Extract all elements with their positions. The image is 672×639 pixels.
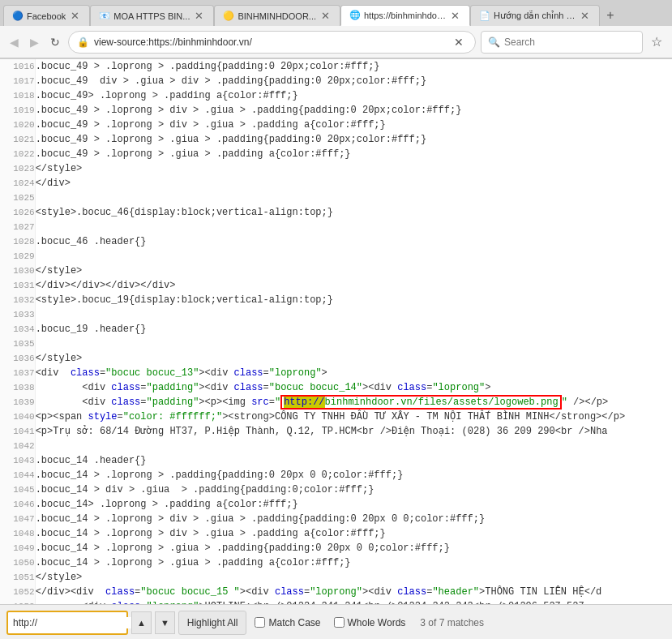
table-row: 1025: [0, 191, 672, 205]
table-row: 1039 <div class="padding"><p><img src="h…: [0, 395, 672, 410]
table-row: 1024</div>: [0, 176, 672, 191]
table-row: 1052</div><div class="bocuc bocuc_15 "><…: [0, 585, 672, 599]
tab-source[interactable]: 🌐 https://binhminhdoor... ✕: [340, 5, 470, 26]
line-number: 1025: [0, 191, 35, 205]
line-number: 1050: [0, 555, 35, 570]
tab-guide-label: Hướng dẫn chỉnh kho...: [494, 11, 576, 21]
tab-source-favicon: 🌐: [349, 10, 361, 21]
code-line-content: <style>.bocuc_46{display:block;vertical-…: [35, 205, 672, 220]
line-number: 1038: [0, 380, 35, 395]
table-row: 1035: [0, 337, 672, 351]
match-case-label[interactable]: Match Case: [250, 617, 325, 628]
address-input[interactable]: [94, 36, 446, 48]
back-button[interactable]: ◀: [6, 34, 22, 50]
table-row: 1026<style>.bocuc_46{display:block;verti…: [0, 205, 672, 220]
line-number: 1035: [0, 337, 35, 351]
line-number: 1041: [0, 424, 35, 439]
line-number: 1047: [0, 512, 35, 526]
table-row: 1042: [0, 439, 672, 453]
code-line-content: [35, 220, 672, 234]
whole-words-label[interactable]: Whole Words: [329, 617, 411, 628]
code-line-content: [35, 191, 672, 205]
code-line-content: .bocuc_14 > .loprong > div > .giua > .pa…: [35, 512, 672, 526]
code-line-content: </style>: [35, 264, 672, 278]
code-line-content: .bocuc_49> .loprong > .padding a{color:#…: [35, 88, 672, 103]
code-line-content: .bocuc_49 > .loprong > div > .giua > .pa…: [35, 103, 672, 118]
table-row: 1017.bocuc_49 div > .giua > div > .paddi…: [0, 74, 672, 88]
reload-button[interactable]: ↻: [47, 34, 63, 50]
browser-search-box[interactable]: 🔍: [481, 31, 643, 54]
line-number: 1046: [0, 497, 35, 512]
code-line-content: .bocuc_46 .header{}: [35, 234, 672, 249]
line-number: 1028: [0, 234, 35, 249]
tab-facebook-label: Facebook: [27, 11, 66, 21]
tab-binhdoor-close[interactable]: ✕: [319, 10, 332, 22]
tab-bar: 🔵 Facebook ✕ 📧 MOA HTTPS BIN... ✕ 🟡 BINH…: [0, 0, 672, 26]
forward-button[interactable]: ▶: [27, 34, 42, 50]
table-row: 1051</style>: [0, 570, 672, 585]
find-prev-button[interactable]: ▲: [131, 611, 152, 634]
table-row: 1020.bocuc_49 > .loprong > div > .giua >…: [0, 118, 672, 132]
line-number: 1042: [0, 439, 35, 453]
table-row: 1043.bocuc_14 .header{}: [0, 453, 672, 468]
table-row: 1047.bocuc_14 > .loprong > div > .giua >…: [0, 512, 672, 526]
code-view[interactable]: 1016.bocuc_49 > .loprong > .padding{padd…: [0, 59, 672, 604]
bookmark-icon[interactable]: ☆: [648, 32, 666, 51]
code-line-content: </style>: [35, 351, 672, 366]
line-number: 1020: [0, 118, 35, 132]
table-row: 1030</style>: [0, 264, 672, 278]
line-number: 1045: [0, 482, 35, 497]
line-number: 1037: [0, 366, 35, 380]
find-input[interactable]: [13, 617, 135, 628]
tab-guide-favicon: 📄: [479, 11, 490, 22]
table-row: 1034.bocuc_19 .header{}: [0, 322, 672, 337]
table-row: 1033: [0, 307, 672, 322]
line-number: 1017: [0, 74, 35, 88]
line-number: 1043: [0, 453, 35, 468]
tab-facebook-favicon: 🔵: [12, 11, 24, 22]
code-line-content: <div class="loprong">HOTLINE:<br />01234…: [35, 599, 672, 604]
code-line-content: .bocuc_14 > .loprong > .giua > .padding …: [35, 555, 672, 570]
code-line-content: <div class="padding"><div class="bocuc b…: [35, 380, 672, 395]
whole-words-checkbox[interactable]: [334, 617, 345, 628]
highlight-all-button[interactable]: Highlight All: [178, 611, 247, 635]
find-next-button[interactable]: ▼: [155, 611, 175, 634]
table-row: 1040<p><span style="color: #ffffff;"><st…: [0, 410, 672, 424]
code-line-content: [35, 307, 672, 322]
address-box[interactable]: 🔒 ✕: [68, 31, 476, 54]
code-line-content: </style>: [35, 570, 672, 585]
table-row: 1041<p>Trụ sở: 68/14 Đường HT37, P.Hiệp …: [0, 424, 672, 439]
code-table: 1016.bocuc_49 > .loprong > .padding{padd…: [0, 59, 672, 604]
code-line-content: .bocuc_14 > .loprong > div > .giua > .pa…: [35, 526, 672, 541]
tab-source-close[interactable]: ✕: [449, 10, 461, 22]
browser-search-input[interactable]: [504, 36, 636, 48]
line-number: 1039: [0, 395, 35, 410]
tab-source-label: https://binhminhdoor...: [364, 11, 446, 20]
tab-guide[interactable]: 📄 Hướng dẫn chỉnh kho... ✕: [470, 5, 600, 26]
address-reload-icon[interactable]: ✕: [451, 36, 467, 49]
code-line-content: </div><div class="bocuc bocuc_15 "><div …: [35, 585, 672, 599]
address-bar: ◀ ▶ ↻ 🔒 ✕ 🔍 ☆: [0, 26, 672, 58]
table-row: 1036</style>: [0, 351, 672, 366]
tab-moa[interactable]: 📧 MOA HTTPS BIN... ✕: [90, 5, 214, 26]
table-row: 1044.bocuc_14 > .loprong > .padding{padd…: [0, 468, 672, 482]
table-row: 1037<div class="bocuc bocuc_13"><div cla…: [0, 366, 672, 380]
new-tab-button[interactable]: +: [600, 5, 621, 26]
code-line-content: [35, 249, 672, 264]
tab-facebook-close[interactable]: ✕: [69, 10, 81, 22]
find-count: 3 of 7 matches: [413, 617, 490, 628]
tab-guide-close[interactable]: ✕: [579, 10, 591, 22]
tab-facebook[interactable]: 🔵 Facebook ✕: [3, 5, 90, 26]
line-number: 1036: [0, 351, 35, 366]
table-row: 1053 <div class="loprong">HOTLINE:<br />…: [0, 599, 672, 604]
table-row: 1049.bocuc_14 > .loprong > .giua > .padd…: [0, 541, 672, 555]
find-input-box[interactable]: [6, 611, 128, 635]
tab-moa-close[interactable]: ✕: [193, 10, 205, 22]
table-row: 1031</div></div></div></div>: [0, 278, 672, 293]
tab-binhdoor[interactable]: 🟡 BINHMINHDOOR... ✕: [214, 5, 340, 26]
tab-moa-favicon: 📧: [99, 11, 110, 22]
code-line-content: .bocuc_14 .header{}: [35, 453, 672, 468]
table-row: 1045.bocuc_14 > div > .giua > .padding{p…: [0, 482, 672, 497]
code-line-content: .bocuc_14> .loprong > .padding a{color:#…: [35, 497, 672, 512]
match-case-checkbox[interactable]: [255, 617, 265, 628]
